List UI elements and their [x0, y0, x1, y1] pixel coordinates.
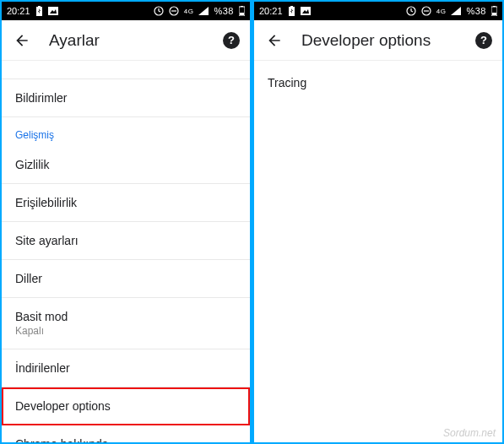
battery-charging-icon — [35, 6, 43, 16]
dnd-icon — [169, 6, 179, 16]
phone-right: 20:21 4G %38 — [254, 2, 502, 442]
watermark: Sordum.net — [443, 427, 496, 439]
list-item-label: Site ayarları — [15, 234, 79, 247]
battery-percent: %38 — [466, 6, 486, 16]
list-item-label: Developer options — [15, 399, 111, 413]
section-header-advanced: Gelişmiş — [2, 117, 250, 146]
status-bar: 20:21 4G %38 — [254, 2, 502, 20]
list-item-label: Basit mod — [15, 310, 68, 323]
list-item-label: Tracing — [268, 76, 306, 89]
back-button[interactable] — [12, 30, 32, 51]
network-4g-icon: 4G — [184, 8, 194, 15]
page-title: Ayarlar — [49, 31, 223, 50]
sync-icon — [406, 6, 416, 16]
battery-icon — [491, 6, 497, 16]
help-button[interactable]: ? — [475, 32, 492, 49]
sync-icon — [154, 6, 164, 16]
svg-rect-17 — [492, 13, 496, 15]
svg-rect-10 — [290, 6, 293, 7]
network-4g-icon: 4G — [436, 8, 447, 15]
app-bar: Ayarlar ? — [2, 20, 250, 61]
app-bar: Developer options ? — [254, 20, 502, 61]
dev-options-list: Tracing — [254, 61, 502, 442]
list-item-languages[interactable]: Diller — [2, 260, 250, 298]
back-button[interactable] — [264, 30, 285, 51]
list-item-label: Erişilebilirlik — [15, 196, 77, 209]
svg-rect-1 — [38, 6, 41, 7]
dnd-icon — [421, 6, 431, 16]
image-icon — [301, 7, 311, 15]
list-item-accessibility[interactable]: Erişilebilirlik — [2, 184, 250, 222]
status-time: 20:21 — [7, 6, 30, 16]
list-item-site-settings[interactable]: Site ayarları — [2, 222, 250, 260]
list-item-sublabel: Kapalı — [15, 325, 236, 337]
list-item-notifications[interactable]: Bildirimler — [2, 79, 250, 117]
list-item-label: Gizlilik — [15, 158, 49, 171]
list-item-basic-mode[interactable]: Basit mod Kapalı — [2, 298, 250, 349]
status-time: 20:21 — [259, 6, 283, 16]
svg-rect-8 — [240, 13, 244, 15]
list-item-label: Bildirimler — [15, 91, 67, 105]
svg-rect-16 — [493, 6, 496, 7]
status-bar: 20:21 4G %38 — [2, 2, 250, 20]
list-item-developer-options[interactable]: Developer options — [2, 387, 250, 425]
battery-percent: %38 — [214, 6, 234, 16]
page-title: Developer options — [301, 31, 475, 50]
signal-icon — [451, 7, 461, 15]
list-item-about-chrome[interactable]: Chrome hakkında — [2, 425, 250, 442]
list-item-label: Chrome hakkında — [15, 437, 109, 442]
list-item-partial[interactable] — [2, 61, 250, 79]
help-button[interactable]: ? — [223, 32, 240, 49]
list-item-tracing[interactable]: Tracing — [254, 61, 502, 105]
list-item-label: İndirilenler — [15, 361, 70, 375]
svg-rect-7 — [241, 6, 243, 7]
signal-icon — [198, 7, 209, 15]
battery-icon — [239, 6, 245, 16]
phone-left: 20:21 4G %38 — [2, 2, 250, 442]
settings-list: Bildirimler Gelişmiş Gizlilik Erişilebil… — [2, 61, 250, 442]
list-item-downloads[interactable]: İndirilenler — [2, 349, 250, 387]
list-item-label: Diller — [15, 272, 42, 285]
list-item-privacy[interactable]: Gizlilik — [2, 146, 250, 184]
image-icon — [48, 7, 58, 15]
battery-charging-icon — [288, 6, 295, 16]
